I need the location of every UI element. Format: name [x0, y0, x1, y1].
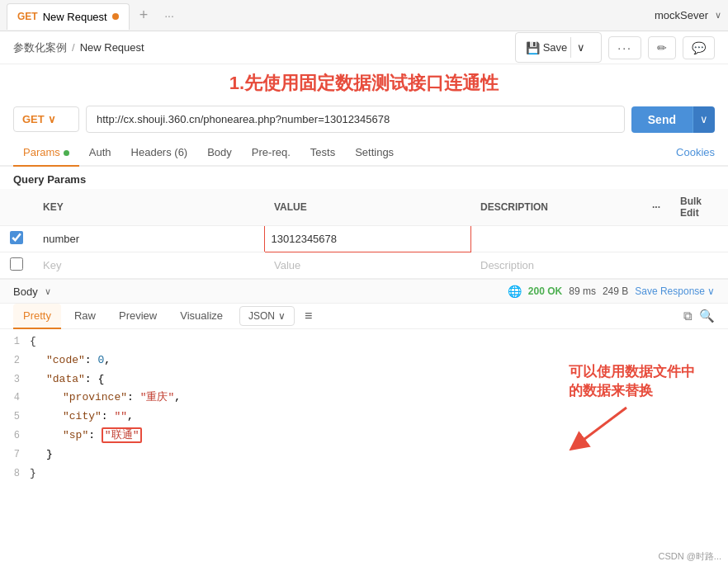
status-time: 89 ms [569, 285, 596, 297]
url-bar: GET ∨ Send ∨ [0, 99, 728, 139]
th-checkbox [0, 189, 33, 226]
tab-modified-dot [112, 13, 119, 20]
request-tabs: Params Auth Headers (6) Body Pre-req. Te… [0, 139, 728, 167]
send-button-group: Send ∨ [631, 106, 715, 133]
body-chevron[interactable]: ∨ [45, 286, 51, 297]
breadcrumb-parent[interactable]: 参数化案例 [13, 40, 67, 55]
th-bulk-edit[interactable]: Bulk Edit [670, 189, 728, 226]
resp-tab-visualize[interactable]: Visualize [170, 304, 233, 329]
format-select[interactable]: JSON ∨ [239, 306, 295, 326]
breadcrumb-separator: / [72, 41, 75, 54]
comment-button[interactable]: 💬 [683, 36, 715, 59]
search-icon[interactable]: 🔍 [699, 309, 715, 323]
row-checkbox-cell [0, 226, 33, 252]
breadcrumb: 参数化案例 / New Request [13, 40, 144, 55]
resp-tab-raw[interactable]: Raw [64, 304, 106, 329]
save-icon: 💾 [526, 41, 540, 54]
th-more: ··· [642, 189, 670, 226]
row-desc-cell[interactable] [470, 226, 642, 252]
globe-icon: 🌐 [508, 285, 522, 298]
table-empty-row: Key Value Description [0, 252, 728, 279]
add-tab-button[interactable]: + [133, 3, 155, 27]
empty-key-cell[interactable]: Key [33, 252, 264, 279]
tab-tests[interactable]: Tests [300, 139, 345, 167]
table-row: number 13012345678 [0, 226, 728, 252]
annotation-1: 1.先使用固定数据测试接口连通性 [0, 64, 728, 99]
response-section: Body ∨ 🌐 200 OK 89 ms 249 B Save Respons… [0, 279, 728, 486]
tab-prereq[interactable]: Pre-req. [242, 139, 300, 167]
save-split-button[interactable]: ∨ [570, 37, 591, 58]
json-line-8: 8 } [0, 465, 728, 483]
row-key-cell[interactable]: number [33, 226, 264, 252]
json-viewer-container: 1 { 2 "code": 0, 3 "data": { [0, 329, 728, 486]
query-params-title: Query Params [0, 167, 728, 189]
save-button-group[interactable]: 💾 Save ∨ [515, 32, 603, 63]
tab-label: New Request [43, 11, 107, 23]
tab-settings[interactable]: Settings [345, 139, 404, 167]
body-label: Body [13, 285, 38, 298]
breadcrumb-bar: 参数化案例 / New Request 💾 Save ∨ ··· ✏ 💬 [0, 31, 728, 64]
url-input[interactable] [86, 106, 625, 133]
row-bulk-cell [670, 226, 728, 252]
row-more-cell [642, 226, 670, 252]
empty-desc-cell[interactable]: Description [470, 252, 642, 279]
breadcrumb-current: New Request [80, 41, 144, 54]
tab-headers[interactable]: Headers (6) [121, 139, 198, 167]
tab-params[interactable]: Params [13, 139, 79, 167]
response-tabs: Pretty Raw Preview Visualize JSON ∨ ≡ ⧉ … [0, 304, 728, 329]
mock-server-chevron[interactable]: ∨ [715, 10, 721, 21]
tab-right-area: mockSever ∨ [655, 9, 721, 21]
cookies-link[interactable]: Cookies [676, 146, 715, 158]
json-line-1: 1 { [0, 333, 728, 351]
format-label: JSON [248, 310, 275, 322]
format-chevron: ∨ [278, 310, 286, 322]
annotation-2-container: 可以使用数据文件中 的数据来替换 [569, 362, 695, 453]
edit-button[interactable]: ✏ [648, 36, 676, 59]
status-size: 249 B [603, 285, 628, 297]
annotation-arrow [569, 403, 635, 453]
save-response-button[interactable]: Save Response ∨ [635, 285, 715, 297]
tab-bar: GET New Request + ··· mockSever ∨ [0, 0, 728, 31]
body-bar: Body ∨ 🌐 200 OK 89 ms 249 B Save Respons… [0, 280, 728, 304]
empty-row-checkbox[interactable] [10, 257, 23, 271]
response-icons: ⧉ 🔍 [683, 309, 715, 323]
empty-value-cell[interactable]: Value [264, 252, 470, 279]
th-value: VALUE [264, 189, 470, 226]
breadcrumb-actions: 💾 Save ∨ ··· ✏ 💬 [515, 32, 715, 63]
tab-body[interactable]: Body [197, 139, 242, 167]
th-key: KEY [33, 189, 264, 226]
save-label: Save [543, 41, 568, 54]
tab-auth[interactable]: Auth [79, 139, 121, 167]
method-chevron: ∨ [48, 113, 56, 125]
status-ok: 200 OK [528, 285, 562, 297]
mock-server-label: mockSever [655, 9, 708, 21]
resp-tab-pretty[interactable]: Pretty [13, 304, 61, 329]
annotation-2-line2: 的数据来替换 [569, 381, 653, 400]
th-description: DESCRIPTION [470, 189, 642, 226]
resp-tab-preview[interactable]: Preview [109, 304, 167, 329]
empty-checkbox-cell [0, 252, 33, 279]
sp-value-highlight: "联通" [102, 427, 143, 443]
active-tab[interactable]: GET New Request [7, 3, 130, 30]
annotation-2-line1: 可以使用数据文件中 [569, 362, 695, 381]
svg-line-1 [577, 408, 626, 445]
send-button[interactable]: Send [631, 106, 693, 133]
filter-icon[interactable]: ≡ [305, 309, 312, 323]
method-select[interactable]: GET ∨ [13, 106, 79, 132]
copy-icon[interactable]: ⧉ [683, 309, 693, 323]
empty-more-cell [642, 252, 670, 279]
more-options-button[interactable]: ··· [608, 36, 641, 59]
watermark: CSDN @时路... [658, 550, 721, 563]
params-dot [64, 150, 69, 156]
tab-more-button[interactable]: ··· [158, 6, 181, 26]
empty-bulk-cell [670, 252, 728, 279]
method-label: GET [22, 113, 45, 125]
tab-method: GET [17, 11, 38, 22]
row-value-cell[interactable]: 13012345678 [264, 226, 470, 252]
params-table: KEY VALUE DESCRIPTION ··· Bulk Edit numb… [0, 189, 728, 279]
row-checkbox[interactable] [10, 231, 23, 244]
status-info: 🌐 200 OK 89 ms 249 B Save Response ∨ [508, 285, 715, 298]
send-split-button[interactable]: ∨ [693, 106, 715, 133]
